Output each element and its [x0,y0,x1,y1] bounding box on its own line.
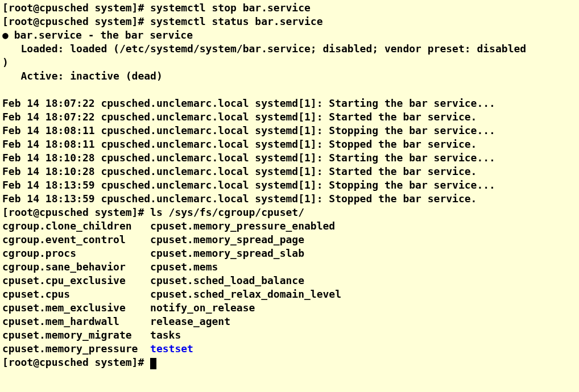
command-text: systemctl status bar.service [150,15,322,27]
ls-row: cpuset.mem_exclusive notify_on_release [2,301,577,315]
log-line: Feb 14 18:08:11 cpusched.unclemarc.local… [2,124,577,137]
bullet-icon: ● [2,28,8,42]
ls-row: cgroup.procs cpuset.memory_spread_slab [2,247,577,260]
shell-prompt: [root@cpusched system]# [2,15,150,27]
ls-file: cpuset.mem_hardwall [2,315,150,327]
ls-file: cgroup.clone_children [2,220,150,232]
cmd-line: [root@cpusched system]# systemctl status… [2,15,577,28]
status-header-line: ● bar.service - the bar service [2,28,577,42]
shell-prompt: [root@cpusched system]# [2,2,150,14]
ls-file: cpuset.memory_pressure [2,343,150,355]
ls-row: cpuset.cpu_exclusive cpuset.sched_load_b… [2,274,577,287]
ls-row: cgroup.clone_children cpuset.memory_pres… [2,219,577,233]
cmd-line: [root@cpusched system]# systemctl stop b… [2,1,577,15]
ls-row: cgroup.event_control cpuset.memory_sprea… [2,233,577,247]
log-line: Feb 14 18:13:59 cpusched.unclemarc.local… [2,178,577,192]
terminal-output[interactable]: [root@cpusched system]# systemctl stop b… [0,0,579,370]
ls-row: cgroup.sane_behavior cpuset.mems [2,260,577,274]
log-line: Feb 14 18:10:28 cpusched.unclemarc.local… [2,151,577,165]
ls-file: cpuset.cpus [2,288,150,300]
command-text: systemctl stop bar.service [150,2,311,14]
terminal-cursor[interactable] [150,358,156,369]
log-line: Feb 14 18:10:28 cpusched.unclemarc.local… [2,165,577,178]
ls-directory: testset [150,343,193,355]
ls-row: cpuset.memory_migrate tasks [2,328,577,342]
ls-row: cpuset.cpus cpuset.sched_relax_domain_le… [2,287,577,301]
status-header: bar.service - the bar service [8,29,193,41]
ls-file: release_agent [150,315,230,327]
status-active-line: Active: inactive (dead) [2,69,577,83]
ls-file: cpuset.mem_exclusive [2,302,150,314]
command-text: ls /sys/fs/cgroup/cpuset/ [150,206,304,218]
ls-file: tasks [150,329,181,341]
shell-prompt: [root@cpusched system]# [2,206,150,218]
shell-prompt: [root@cpusched system]# [2,356,150,368]
log-line: Feb 14 18:13:59 cpusched.unclemarc.local… [2,192,577,206]
cmd-line: [root@cpusched system]# ls /sys/fs/cgrou… [2,206,577,219]
ls-file: cpuset.sched_load_balance [150,274,304,286]
ls-row: cpuset.memory_pressure testset [2,342,577,356]
ls-file: cpuset.mems [150,261,218,273]
log-line: Feb 14 18:07:22 cpusched.unclemarc.local… [2,110,577,124]
ls-file: cpuset.sched_relax_domain_level [150,288,341,300]
log-line: Feb 14 18:08:11 cpusched.unclemarc.local… [2,137,577,151]
ls-file: cpuset.cpu_exclusive [2,274,150,286]
ls-file: cgroup.sane_behavior [2,261,150,273]
ls-file: cpuset.memory_migrate [2,329,150,341]
ls-file: notify_on_release [150,302,255,314]
status-loaded-line: Loaded: loaded (/etc/systemd/system/bar.… [2,42,577,56]
ls-file: cpuset.memory_spread_slab [150,247,304,259]
log-line: Feb 14 18:07:22 cpusched.unclemarc.local… [2,97,577,110]
prompt-line: [root@cpusched system]# [2,356,577,369]
blank-line [2,83,577,97]
ls-file: cpuset.memory_spread_page [150,233,304,245]
ls-file: cgroup.event_control [2,233,150,245]
ls-file: cgroup.procs [2,247,150,259]
ls-row: cpuset.mem_hardwall release_agent [2,315,577,328]
status-loaded-wrap: ) [2,56,577,69]
ls-file: cpuset.memory_pressure_enabled [150,220,335,232]
